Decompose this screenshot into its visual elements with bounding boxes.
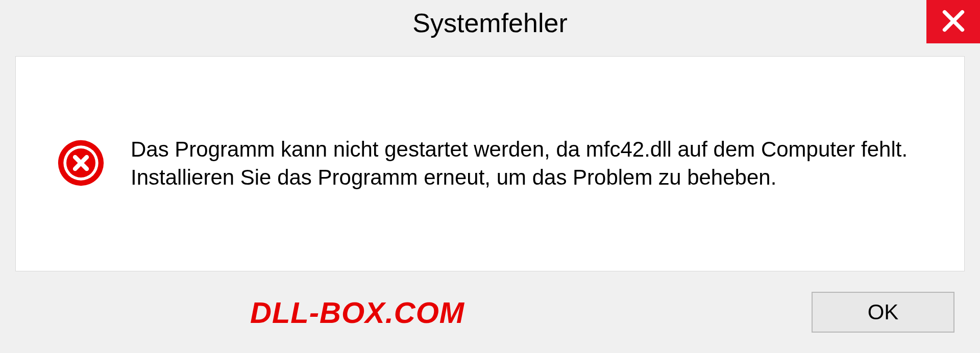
content-panel: Das Programm kann nicht gestartet werden… bbox=[15, 56, 965, 271]
dialog-title: Systemfehler bbox=[412, 8, 567, 38]
watermark-text: DLL-BOX.COM bbox=[26, 295, 464, 330]
ok-button[interactable]: OK bbox=[812, 292, 954, 333]
error-message: Das Programm kann nicht gestartet werden… bbox=[131, 136, 923, 191]
titlebar: Systemfehler bbox=[0, 0, 980, 46]
close-button[interactable] bbox=[926, 0, 980, 43]
error-dialog: Systemfehler Das Programm kann nicht ges… bbox=[0, 0, 980, 353]
error-icon bbox=[57, 139, 105, 189]
dialog-footer: DLL-BOX.COM OK bbox=[0, 282, 980, 353]
close-icon bbox=[940, 8, 967, 36]
